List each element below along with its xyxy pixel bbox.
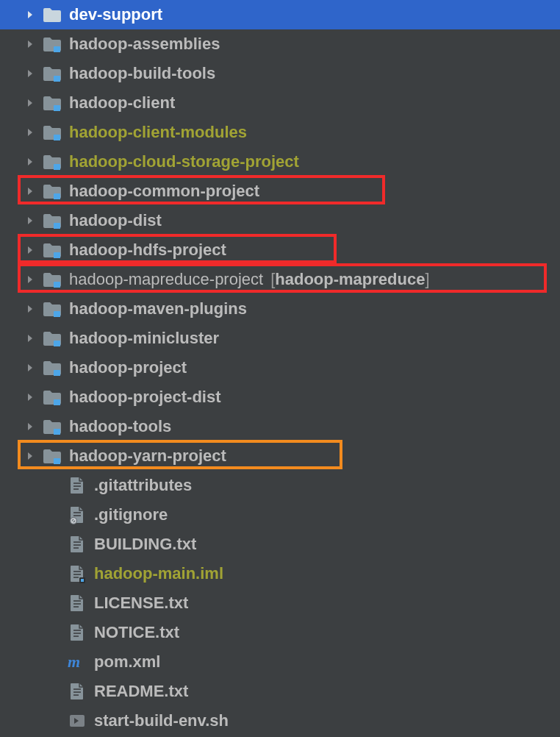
folder-icon — [43, 93, 62, 113]
tree-row[interactable]: hadoop-build-tools — [0, 59, 560, 88]
svg-rect-8 — [54, 282, 60, 288]
tree-row[interactable]: hadoop-common-project — [0, 177, 560, 206]
tree-row[interactable]: hadoop-mapreduce-project [hadoop-mapredu… — [0, 265, 560, 294]
file-ignore-icon — [68, 505, 87, 524]
svg-rect-13 — [54, 429, 60, 435]
chevron-right-icon[interactable] — [25, 39, 35, 49]
tree-row[interactable]: hadoop-main.iml — [0, 559, 560, 588]
folder-icon — [43, 270, 62, 289]
tree-row[interactable]: hadoop-project — [0, 353, 560, 382]
folder-icon — [43, 152, 62, 171]
tree-row[interactable]: hadoop-client-modules — [0, 118, 560, 147]
file-text-icon — [68, 535, 87, 554]
tree-item-label: hadoop-project — [69, 358, 187, 377]
svg-text:m: m — [68, 652, 80, 671]
tree-item-label: hadoop-project-dist — [69, 388, 221, 407]
chevron-right-icon[interactable] — [25, 10, 35, 20]
svg-rect-30 — [81, 579, 84, 582]
chevron-right-icon[interactable] — [25, 363, 35, 373]
tree-item-label: LICENSE.txt — [94, 594, 188, 613]
svg-rect-7 — [54, 252, 60, 258]
project-tree: dev-support hadoop-assemblies hadoop-bui… — [0, 0, 560, 736]
tree-item-label: hadoop-main.iml — [94, 564, 223, 583]
tree-row[interactable]: hadoop-dist — [0, 206, 560, 235]
tree-item-label: hadoop-client-modules — [69, 123, 247, 142]
tree-item-label: pom.xml — [94, 652, 160, 672]
tree-row[interactable]: hadoop-maven-plugins — [0, 294, 560, 324]
tree-item-label: hadoop-tools — [69, 417, 171, 436]
chevron-right-icon[interactable] — [25, 245, 35, 255]
tree-item-label: hadoop-cloud-storage-project — [69, 152, 299, 171]
folder-icon — [43, 388, 62, 407]
tree-item-alias: [hadoop-mapreduce] — [270, 270, 429, 289]
folder-icon — [43, 123, 62, 142]
tree-row[interactable]: start-build-env.sh — [0, 706, 560, 736]
file-text-icon — [68, 476, 87, 495]
svg-rect-0 — [54, 46, 60, 52]
tree-item-label: hadoop-minicluster — [69, 329, 219, 348]
svg-rect-10 — [54, 341, 60, 346]
chevron-right-icon[interactable] — [25, 392, 35, 402]
tree-row[interactable]: LICENSE.txt — [0, 588, 560, 618]
chevron-right-icon[interactable] — [25, 68, 35, 79]
tree-row[interactable]: hadoop-hdfs-project — [0, 235, 560, 265]
svg-rect-1 — [54, 76, 60, 82]
tree-item-label: README.txt — [94, 682, 188, 701]
svg-rect-6 — [54, 223, 60, 229]
tree-row[interactable]: hadoop-client — [0, 88, 560, 118]
tree-item-label: NOTICE.txt — [94, 623, 179, 642]
file-text-icon — [68, 594, 87, 613]
tree-row[interactable]: m pom.xml — [0, 647, 560, 677]
folder-icon — [43, 64, 62, 83]
folder-icon — [43, 241, 62, 260]
tree-row[interactable]: .gitattributes — [0, 471, 560, 500]
folder-icon — [43, 329, 62, 348]
svg-rect-14 — [54, 458, 60, 464]
tree-item-label: hadoop-build-tools — [69, 64, 215, 83]
svg-rect-2 — [54, 105, 60, 111]
tree-row[interactable]: hadoop-cloud-storage-project — [0, 147, 560, 177]
tree-item-label: .gitattributes — [94, 476, 192, 495]
tree-row[interactable]: hadoop-yarn-project — [0, 441, 560, 471]
tree-row[interactable]: hadoop-minicluster — [0, 324, 560, 353]
tree-row[interactable]: README.txt — [0, 677, 560, 706]
tree-item-label: hadoop-client — [69, 93, 175, 113]
folder-icon — [43, 358, 62, 377]
folder-icon — [43, 182, 62, 201]
file-maven-icon: m — [68, 652, 87, 672]
chevron-right-icon[interactable] — [25, 421, 35, 432]
tree-row[interactable]: BUILDING.txt — [0, 530, 560, 559]
svg-rect-3 — [54, 135, 60, 140]
svg-rect-5 — [54, 193, 60, 199]
tree-item-label: hadoop-assemblies — [69, 35, 220, 54]
tree-row[interactable]: hadoop-tools — [0, 412, 560, 441]
tree-item-label: hadoop-common-project — [69, 182, 259, 201]
tree-item-label: .gitignore — [94, 505, 168, 524]
tree-row[interactable]: NOTICE.txt — [0, 618, 560, 647]
file-runnable-icon — [68, 711, 87, 730]
tree-row[interactable]: dev-support — [0, 0, 560, 29]
tree-row[interactable]: hadoop-assemblies — [0, 29, 560, 59]
chevron-right-icon[interactable] — [25, 304, 35, 314]
chevron-right-icon[interactable] — [25, 157, 35, 167]
folder-icon — [43, 299, 62, 318]
tree-item-label: hadoop-yarn-project — [69, 446, 226, 466]
file-iml-icon — [68, 564, 87, 583]
svg-rect-9 — [54, 311, 60, 317]
chevron-right-icon[interactable] — [25, 186, 35, 196]
tree-item-label: dev-support — [69, 5, 162, 24]
svg-rect-11 — [54, 370, 60, 376]
chevron-right-icon[interactable] — [25, 274, 35, 285]
chevron-right-icon[interactable] — [25, 98, 35, 108]
tree-item-label: hadoop-maven-plugins — [69, 299, 247, 318]
file-text-icon — [68, 682, 87, 701]
tree-row[interactable]: .gitignore — [0, 500, 560, 530]
tree-row[interactable]: hadoop-project-dist — [0, 382, 560, 412]
chevron-right-icon[interactable] — [25, 451, 35, 461]
chevron-right-icon[interactable] — [25, 333, 35, 343]
chevron-right-icon[interactable] — [25, 216, 35, 226]
chevron-right-icon[interactable] — [25, 127, 35, 138]
tree-item-label: start-build-env.sh — [94, 711, 229, 730]
tree-item-label: BUILDING.txt — [94, 535, 196, 554]
tree-item-label: hadoop-mapreduce-project — [69, 270, 263, 289]
